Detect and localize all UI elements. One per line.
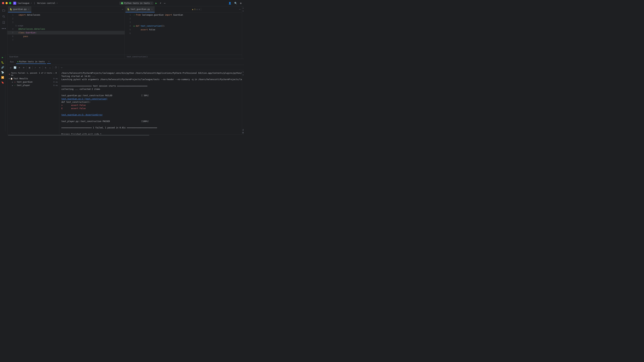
status-icon-player: ✓ bbox=[14, 84, 16, 86]
expand-icon-guardian[interactable]: ▶ bbox=[12, 81, 13, 83]
project-name[interactable]: laxleague bbox=[18, 2, 29, 4]
toolbar-timer[interactable]: ⏱ bbox=[54, 66, 58, 69]
run-panel-content: ✕ Tests failed: 1, passed: 1 of 2 tests … bbox=[8, 70, 244, 134]
console-scrollbar[interactable] bbox=[8, 134, 244, 136]
tab-test-guardian[interactable]: 🐍 test_guardian.py ✕ bbox=[126, 6, 155, 12]
scroll-down[interactable]: ∨ bbox=[242, 10, 244, 12]
more-options-button[interactable]: ⋯ bbox=[163, 1, 166, 5]
scroll-down-icon[interactable]: ∨ bbox=[242, 74, 244, 76]
console-line-4 bbox=[62, 81, 240, 84]
tree-time-guardian: 0 ms bbox=[54, 81, 58, 83]
toolbar-rerun[interactable]: ↺ bbox=[9, 66, 12, 69]
right-tab-actions: ▲ 1 ∧ ∨ bbox=[192, 8, 201, 11]
project-icon: L bbox=[13, 2, 16, 5]
window-controls bbox=[2, 2, 11, 4]
tree-row-results[interactable]: ▼ 📋 Test Results 0 ms bbox=[8, 77, 59, 80]
run-button[interactable]: ▶ bbox=[155, 1, 158, 5]
tree-row-player[interactable]: ▶ ✓ test_player 0 ms bbox=[8, 84, 59, 87]
sidebar-item-folder[interactable] bbox=[1, 8, 6, 13]
console-output[interactable]: /Users/helenscott/PycharmProjects/laxlea… bbox=[59, 70, 242, 134]
toolbar-more[interactable]: ⋯ bbox=[60, 66, 64, 69]
toolbar-sort-desc[interactable]: ⇣ bbox=[48, 66, 52, 69]
run-panel: Run ● Python tests in tests ✕ ↺ 🔄 ⊕ ⊗ ▣ … bbox=[8, 59, 244, 136]
toolbar-expand[interactable]: ⊕ bbox=[18, 66, 21, 69]
left-code-editor[interactable]: 1 import dataclasses 2 3 bbox=[8, 12, 124, 55]
console-line-2: Testing started at 14:01 ... bbox=[62, 75, 240, 78]
vc-dropdown-icon[interactable]: ▾ bbox=[57, 2, 58, 4]
tree-time-results: 0 ms bbox=[54, 78, 58, 80]
trash-icon[interactable]: 🗑 bbox=[242, 132, 244, 134]
right-code-line-6: 6 bbox=[125, 31, 242, 35]
tab-run[interactable]: Run bbox=[9, 60, 15, 64]
tab-menu-icon-right[interactable]: ⋯ bbox=[238, 7, 241, 11]
svg-point-0 bbox=[3, 15, 4, 17]
titlebar-center: ▶ Python tests in tests ▾ ▶ ⚡ ⋯ bbox=[60, 1, 226, 5]
run-config-dropdown-icon[interactable]: ▾ bbox=[151, 2, 152, 4]
code-line-2: 2 bbox=[8, 17, 124, 20]
right-code-editor[interactable]: 1 ✓ from laxleague.guardian import Guard… bbox=[125, 12, 242, 55]
run-scroll-panel: ∧ ∨ 🖨 🗑 bbox=[242, 70, 244, 134]
scroll-up-icon[interactable]: ∧ bbox=[242, 71, 244, 73]
print-icon[interactable]: 🖨 bbox=[242, 129, 244, 131]
tab-guardian-py[interactable]: 🐍 guardian.py ✕ bbox=[8, 6, 31, 12]
maximize-button[interactable] bbox=[9, 2, 11, 4]
toolbar-collapse[interactable]: ⊗ bbox=[22, 66, 26, 69]
console-line-8: test_guardian.py::test_construction FAIL… bbox=[62, 94, 240, 97]
tree-label-player: test_player bbox=[17, 84, 53, 86]
console-line-14[interactable]: test_guardian.py:5: AssertionError bbox=[62, 113, 240, 116]
tab-label-test-guardian: test_guardian.py bbox=[131, 8, 150, 10]
toolbar-fail-filter[interactable]: ✕ bbox=[38, 66, 42, 69]
toolbar-sep-1 bbox=[26, 66, 27, 69]
close-button[interactable] bbox=[2, 2, 4, 4]
tab-close-tests[interactable]: ✕ bbox=[47, 60, 51, 64]
search-icon[interactable]: 🔍 bbox=[234, 1, 238, 5]
tab-python-tests[interactable]: ● Python tests in tests bbox=[16, 60, 46, 64]
scroll-up[interactable]: ∧ bbox=[242, 7, 244, 9]
version-control-label[interactable]: Version control bbox=[37, 2, 55, 4]
tree-row-guardian[interactable]: ▶ ✕ test_guardian 0 ms bbox=[8, 80, 59, 84]
titlebar-left: L laxleague ▾ | Version control ▾ bbox=[13, 2, 58, 5]
console-line-19 bbox=[62, 129, 240, 133]
run-panel-header: Run ● Python tests in tests ✕ bbox=[8, 59, 244, 65]
tab-menu-icon-left[interactable]: ⋯ bbox=[121, 7, 124, 11]
minimize-button[interactable] bbox=[6, 2, 8, 4]
fail-icon: ✕ bbox=[9, 73, 10, 75]
run-config[interactable]: ▶ Python tests in tests ▾ bbox=[119, 1, 154, 5]
sidebar-item-more[interactable]: ••• bbox=[1, 26, 6, 31]
user-icon[interactable]: 👤 bbox=[228, 1, 232, 5]
tab-chevron-up[interactable]: ∧ bbox=[196, 8, 198, 10]
main-layout: ••• 🐍 guardian.py ✕ ⋯ bbox=[0, 6, 244, 136]
code-line-7: 7 bbox=[8, 38, 124, 42]
settings-icon[interactable]: ⚙ bbox=[240, 1, 242, 5]
console-line-12: E assert False bbox=[62, 107, 240, 110]
expand-icon-player[interactable]: ▶ bbox=[12, 84, 13, 86]
toolbar-refresh[interactable]: 🔄 bbox=[13, 66, 17, 69]
sidebar-item-bookmark[interactable] bbox=[1, 20, 6, 25]
code-line-4: 4 @dataclasses.dataclass bbox=[8, 27, 124, 31]
sidebar-item-search[interactable] bbox=[1, 14, 6, 19]
console-line-5: ========================= test session s… bbox=[62, 84, 240, 88]
tree-label-guardian: test_guardian bbox=[17, 81, 53, 83]
console-line-10: def test_construction(): bbox=[62, 100, 240, 104]
left-editor-pane: 🐍 guardian.py ✕ ⋯ 1 import dataclasses bbox=[8, 6, 125, 59]
test-tree: ✕ Tests failed: 1, passed: 1 of 2 tests … bbox=[8, 70, 59, 134]
tab-chevron-down[interactable]: ∨ bbox=[199, 8, 200, 10]
console-line-9[interactable]: test_guardian.py:3 (test_construction) bbox=[62, 97, 240, 100]
code-line-5: 5 class Guardian: bbox=[8, 31, 124, 34]
toolbar-pass-filter[interactable]: ✓ bbox=[34, 66, 37, 69]
run-panel-toolbar: ↺ 🔄 ⊕ ⊗ ▣ ✓ ✕ ⇅ ⇣ ⏱ ⋯ bbox=[8, 65, 244, 70]
tab-close-test-guardian[interactable]: ✕ bbox=[151, 8, 153, 10]
debug-button[interactable]: ⚡ bbox=[159, 1, 162, 5]
tab-close-guardian[interactable]: ✕ bbox=[28, 8, 30, 10]
expand-icon-results[interactable]: ▼ bbox=[9, 78, 10, 80]
toolbar-stop[interactable]: ▣ bbox=[28, 66, 31, 69]
test-summary-text: Tests failed: 1, passed: 1 of 2 tests – … bbox=[11, 72, 58, 76]
editor-area: 🐍 guardian.py ✕ ⋯ 1 import dataclasses bbox=[8, 6, 244, 59]
run-test-btn[interactable]: ▶ bbox=[134, 25, 135, 27]
scrollbar-thumb[interactable] bbox=[8, 135, 149, 136]
toolbar-sort-asc[interactable]: ⇅ bbox=[44, 66, 48, 69]
console-line-6: collecting ... collected 2 items bbox=[62, 88, 240, 91]
project-dropdown-icon[interactable]: ▾ bbox=[31, 2, 32, 4]
status-icon-results: 📋 bbox=[10, 77, 13, 80]
svg-line-1 bbox=[4, 17, 5, 17]
